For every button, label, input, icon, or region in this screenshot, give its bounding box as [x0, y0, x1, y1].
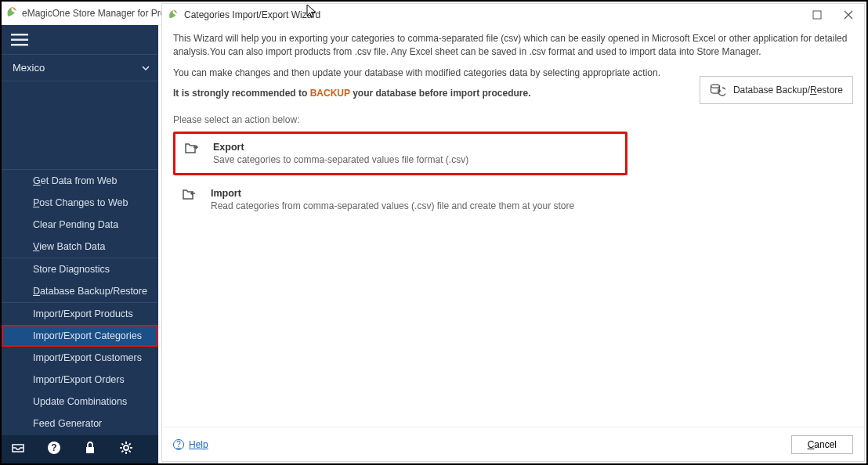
- folder-arrow-icon: [183, 188, 200, 204]
- svg-point-6: [124, 445, 128, 450]
- sidebar-item[interactable]: Database Backup/Restore: [2, 280, 158, 302]
- help-link[interactable]: ? Help: [173, 439, 208, 450]
- svg-rect-1: [11, 38, 28, 41]
- dialog-footer: ? Help Cancel: [162, 427, 864, 461]
- sidebar-item[interactable]: Import/Export Categories: [2, 325, 158, 347]
- sidebar-footer: ?: [2, 435, 158, 463]
- dialog-titlebar: Categories Import/Export Wizard: [162, 4, 864, 26]
- help-circle-icon: ?: [173, 439, 184, 450]
- help-label: Help: [189, 439, 208, 450]
- sidebar: Mexico Get Data from WebPost Changes to …: [2, 25, 158, 463]
- option-title: Import: [211, 188, 574, 199]
- sidebar-item[interactable]: Post Changes to Web: [2, 192, 158, 214]
- cancel-button[interactable]: Cancel: [791, 435, 853, 454]
- svg-rect-15: [813, 11, 821, 19]
- svg-line-11: [121, 443, 123, 445]
- sidebar-item[interactable]: View Batch Data: [2, 236, 158, 258]
- svg-text:?: ?: [51, 442, 56, 453]
- svg-rect-0: [11, 34, 28, 36]
- help-icon[interactable]: ?: [47, 441, 61, 458]
- action-prompt-label: Please select an action below:: [173, 114, 853, 125]
- wizard-option-export[interactable]: ExportSave categories to comma-separated…: [173, 132, 627, 175]
- app-logo-icon: [5, 5, 19, 21]
- gear-icon[interactable]: [119, 441, 133, 458]
- lock-icon[interactable]: [83, 441, 97, 458]
- sidebar-menu: Get Data from WebPost Changes to WebClea…: [2, 81, 158, 435]
- svg-line-13: [121, 451, 123, 452]
- store-selector[interactable]: Mexico: [2, 55, 158, 81]
- sidebar-item[interactable]: Import/Export Customers: [2, 347, 158, 369]
- option-desc: Read categories from comma-separated val…: [211, 200, 574, 211]
- intro-text-1: This Wizard will help you in exporting y…: [173, 32, 853, 59]
- sidebar-item[interactable]: [2, 147, 158, 169]
- database-restore-icon: [710, 83, 725, 97]
- store-name: Mexico: [13, 62, 45, 74]
- svg-point-16: [711, 85, 719, 88]
- svg-line-14: [129, 443, 131, 445]
- folder-arrow-icon: [185, 142, 202, 158]
- sidebar-item[interactable]: Import/Export Products: [2, 303, 158, 325]
- hamburger-button[interactable]: [2, 25, 158, 55]
- svg-rect-5: [86, 447, 94, 453]
- database-backup-restore-button[interactable]: Database Backup/Restore: [700, 76, 853, 104]
- sidebar-item[interactable]: Import/Export Orders: [2, 369, 158, 391]
- sidebar-item[interactable]: Clear Pending Data: [2, 214, 158, 236]
- chevron-down-icon: [141, 63, 150, 73]
- svg-rect-2: [11, 44, 28, 46]
- sidebar-item[interactable]: Store Diagnostics: [2, 258, 158, 280]
- option-title: Export: [213, 142, 468, 153]
- window-maximize-button[interactable]: [801, 4, 833, 26]
- backup-button-label: Database Backup/Restore: [733, 85, 843, 96]
- window-close-button[interactable]: [833, 4, 864, 26]
- hamburger-icon: [11, 34, 28, 46]
- wizard-option-import[interactable]: ImportRead categories from comma-separat…: [173, 180, 627, 219]
- sidebar-item[interactable]: [2, 81, 158, 103]
- svg-line-12: [129, 451, 131, 452]
- inbox-icon[interactable]: [11, 441, 25, 458]
- sidebar-item[interactable]: [2, 125, 158, 147]
- option-desc: Save categories to comma-separated value…: [213, 154, 468, 165]
- sidebar-item[interactable]: Feed Generator: [2, 413, 158, 434]
- wizard-dialog: Categories Import/Export Wizard This Wiz…: [161, 3, 865, 462]
- dialog-title-text: Categories Import/Export Wizard: [184, 9, 320, 20]
- sidebar-item[interactable]: Update Combinations: [2, 391, 158, 413]
- sidebar-item[interactable]: Get Data from Web: [2, 170, 158, 192]
- sidebar-item[interactable]: [2, 103, 158, 125]
- dialog-logo-icon: [167, 8, 179, 23]
